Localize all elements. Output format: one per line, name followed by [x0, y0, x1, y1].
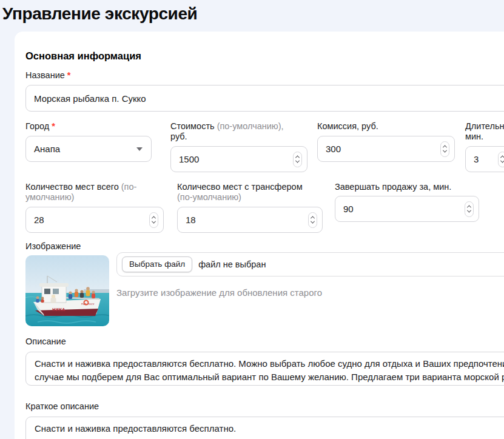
number-stepper[interactable] [465, 201, 474, 217]
svg-text:НИКА: НИКА [52, 307, 65, 312]
commission-label: Комиссия, руб. [317, 121, 455, 132]
name-field: Название * [25, 70, 504, 112]
number-stepper[interactable] [440, 141, 449, 157]
no-file-chosen-text: файл не выбран [198, 260, 266, 269]
cost-label-muted: (по-умолчанию), [217, 121, 284, 131]
number-stepper[interactable] [498, 152, 504, 167]
close-sale-label: Завершать продажу за, мин. [335, 182, 479, 192]
seats-total-label: Количество мест всего (по- умолчанию) [25, 182, 164, 203]
duration-label: Длительность, мин. [465, 121, 504, 142]
name-label: Название * [25, 70, 504, 81]
file-input[interactable]: Выбрать файл файл не выбран [116, 252, 504, 276]
stepper-down-icon [467, 209, 471, 213]
city-select-value: Анапа [34, 144, 60, 154]
seats-transfer-label: Количесво мест с трансфером (по-умолчани… [177, 182, 323, 203]
cost-input-value[interactable] [179, 154, 293, 164]
duration-input[interactable] [465, 146, 504, 172]
number-stepper[interactable] [308, 212, 317, 228]
description-section: Описание Снасти и наживка предоставляютс… [25, 337, 504, 386]
seats-total-input-value[interactable] [34, 215, 149, 225]
chevron-down-icon [136, 147, 143, 151]
short-description-textarea[interactable]: Снасти и наживка предоставляются бесплат… [25, 417, 504, 439]
page-title: Управление экскурсией [2, 4, 504, 24]
row-seats: Количество мест всего (по- умолчанию) Ко… [25, 182, 504, 233]
image-label: Изображение [25, 241, 504, 252]
duration-input-value[interactable] [474, 154, 498, 164]
commission-input-value[interactable] [326, 144, 440, 154]
excursion-image-preview: НИКА РЫБ-ПНСУ [25, 255, 109, 326]
seats-transfer-input[interactable] [177, 207, 323, 233]
city-select[interactable]: Анапа [25, 136, 152, 162]
close-sale-input-value[interactable] [343, 204, 465, 214]
section-title: Основная информация [25, 50, 504, 62]
description-label: Описание [25, 337, 504, 347]
stepper-down-icon [311, 220, 315, 224]
city-label: Город * [25, 121, 152, 132]
cost-label: Стоимость (по-умолчанию), руб. [170, 121, 307, 142]
stepper-down-icon [443, 149, 447, 153]
cost-input[interactable] [170, 146, 307, 172]
name-input-value[interactable] [34, 93, 504, 104]
close-sale-input[interactable] [335, 196, 479, 222]
required-asterisk: * [67, 70, 71, 80]
main-form-card: Основная информация Название * Город * А… [15, 32, 504, 439]
stepper-down-icon [152, 220, 156, 224]
city-label-text: Город [25, 121, 49, 131]
short-description-label: Краткое описание [25, 401, 504, 412]
stepper-down-icon [500, 159, 504, 163]
image-section: Изображение [25, 241, 504, 326]
required-asterisk: * [52, 121, 55, 131]
name-input[interactable] [25, 85, 504, 112]
name-label-text: Название [25, 70, 65, 80]
cost-label-line2: руб. [170, 132, 187, 141]
seats-total-input[interactable] [25, 207, 164, 233]
choose-file-button[interactable]: Выбрать файл [122, 256, 192, 272]
number-stepper[interactable] [149, 212, 158, 228]
description-textarea[interactable]: Снасти и наживка предоставляются бесплат… [25, 352, 504, 386]
image-upload-hint: Загрузите изображение для обновления ста… [116, 287, 504, 298]
commission-input[interactable] [317, 136, 455, 162]
stepper-down-icon [295, 159, 300, 163]
number-stepper[interactable] [293, 152, 302, 167]
row-pricing: Город * Анапа Стоимость (по-умолчанию), … [25, 121, 504, 172]
short-description-section: Краткое описание Снасти и наживка предос… [25, 401, 504, 439]
seats-transfer-input-value[interactable] [186, 215, 308, 225]
cost-label-text: Стоимость [170, 121, 215, 131]
